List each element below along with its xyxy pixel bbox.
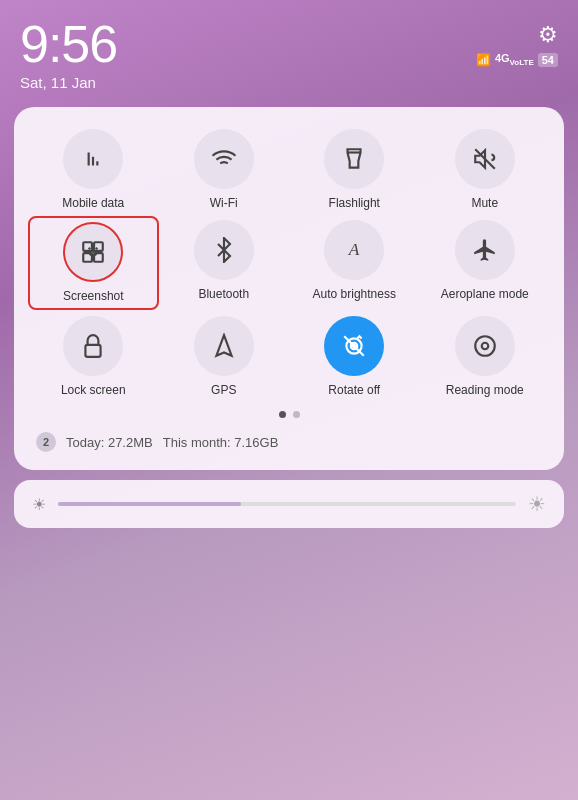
brightness-track[interactable] xyxy=(58,502,516,506)
battery-level: 54 xyxy=(538,53,558,67)
tile-screenshot[interactable]: Screenshot xyxy=(28,216,159,309)
status-right: ⚙ 📶 4GVoLTE 54 xyxy=(476,18,558,67)
tile-circle-mute xyxy=(455,129,515,189)
tile-mobile-data[interactable]: Mobile data xyxy=(32,129,155,210)
tile-grid: Mobile dataWi-FiFlashlightMute Screensho… xyxy=(32,129,546,397)
tile-aeroplane[interactable]: Aeroplane mode xyxy=(424,220,547,305)
data-usage-row: 2 Today: 27.2MB This month: 7.16GB xyxy=(32,430,546,454)
tile-label-aeroplane: Aeroplane mode xyxy=(441,287,529,301)
tile-label-screenshot: Screenshot xyxy=(63,289,124,303)
connectivity-icons: 📶 4GVoLTE 54 xyxy=(476,52,558,67)
tile-label-reading-mode: Reading mode xyxy=(446,383,524,397)
tile-circle-reading-mode xyxy=(455,316,515,376)
svg-text:A: A xyxy=(348,241,360,260)
settings-icon[interactable]: ⚙ xyxy=(538,22,558,48)
tile-circle-gps xyxy=(194,316,254,376)
tile-wifi[interactable]: Wi-Fi xyxy=(163,129,286,210)
tile-label-gps: GPS xyxy=(211,383,236,397)
tile-label-rotate-off: Rotate off xyxy=(328,383,380,397)
tile-lock-screen[interactable]: Lock screen xyxy=(32,316,155,397)
svg-rect-2 xyxy=(84,243,93,252)
tile-label-mobile-data: Mobile data xyxy=(62,196,124,210)
tile-label-flashlight: Flashlight xyxy=(329,196,380,210)
tile-gps[interactable]: GPS xyxy=(163,316,286,397)
status-left: 9:56 Sat, 11 Jan xyxy=(20,18,117,91)
tile-circle-bluetooth xyxy=(194,220,254,280)
tile-flashlight[interactable]: Flashlight xyxy=(293,129,416,210)
tile-label-auto-brightness: Auto brightness xyxy=(313,287,396,301)
usage-badge: 2 xyxy=(36,432,56,452)
tile-circle-rotate-off xyxy=(324,316,384,376)
clock: 9:56 xyxy=(20,18,117,70)
tile-mute[interactable]: Mute xyxy=(424,129,547,210)
tile-label-wifi: Wi-Fi xyxy=(210,196,238,210)
month-usage: This month: 7.16GB xyxy=(163,435,279,450)
sun-large-icon: ☀ xyxy=(528,492,546,516)
tile-circle-mobile-data xyxy=(63,129,123,189)
svg-rect-3 xyxy=(94,243,103,252)
sun-small-icon: ☀ xyxy=(32,495,46,514)
today-usage: Today: 27.2MB xyxy=(66,435,153,450)
tile-circle-aeroplane xyxy=(455,220,515,280)
svg-point-13 xyxy=(475,336,495,356)
signal-icon: 📶 xyxy=(476,53,491,67)
tile-auto-brightness[interactable]: AAuto brightness xyxy=(293,220,416,305)
quick-settings-panel: Mobile dataWi-FiFlashlightMute Screensho… xyxy=(14,107,564,470)
network-type: 4GVoLTE xyxy=(495,52,534,67)
tile-label-lock-screen: Lock screen xyxy=(61,383,126,397)
tile-circle-screenshot xyxy=(63,222,123,282)
dot-1 xyxy=(279,411,286,418)
tile-reading-mode[interactable]: Reading mode xyxy=(424,316,547,397)
tile-label-mute: Mute xyxy=(471,196,498,210)
svg-point-14 xyxy=(482,343,489,350)
tile-rotate-off[interactable]: Rotate off xyxy=(293,316,416,397)
tile-circle-lock-screen xyxy=(63,316,123,376)
tile-bluetooth[interactable]: Bluetooth xyxy=(163,220,286,305)
page-dots xyxy=(32,411,546,418)
svg-rect-9 xyxy=(86,345,101,357)
tile-circle-wifi xyxy=(194,129,254,189)
dot-2 xyxy=(293,411,300,418)
date: Sat, 11 Jan xyxy=(20,74,117,91)
status-bar: 9:56 Sat, 11 Jan ⚙ 📶 4GVoLTE 54 xyxy=(0,0,578,91)
tile-circle-flashlight xyxy=(324,129,384,189)
brightness-fill xyxy=(58,502,241,506)
tile-label-bluetooth: Bluetooth xyxy=(198,287,249,301)
brightness-bar-container[interactable]: ☀ ☀ xyxy=(14,480,564,528)
tile-circle-auto-brightness: A xyxy=(324,220,384,280)
